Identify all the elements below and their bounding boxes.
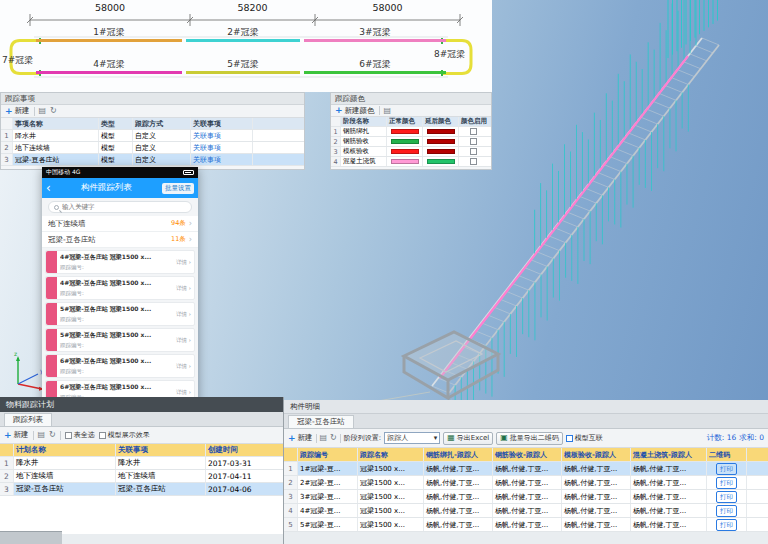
new-item-button[interactable]: +新建 (5, 106, 30, 116)
table-row-selected[interactable]: 3 冠梁-豆各庄站 冠梁-豆各庄站 2017-04-06 (0, 483, 283, 496)
new-color-button[interactable]: +新建颜色 (335, 106, 375, 116)
detail-link[interactable]: 详情 › (176, 389, 194, 396)
table-header: 跟踪编号 跟踪名称 钢筋绑扎-跟踪人 钢筋验收-跟踪人 模板验收-跟踪人 混凝土… (284, 448, 768, 462)
table-row[interactable]: 5 5#冠梁-豆... 冠梁1500 x... 杨帆,付健,丁亚... 杨帆,付… (284, 518, 768, 532)
beam-label: 3#冠梁 (304, 26, 446, 39)
detail-tabstrip: 冠梁-豆各庄站 (284, 414, 768, 429)
count-badge: 94条 (171, 219, 186, 228)
table-row[interactable]: 1 钢筋绑扎 (331, 127, 491, 137)
dimension-label: 58200 (190, 2, 315, 13)
excel-icon: ▦ (447, 434, 455, 442)
list-item[interactable]: 5#冠梁-豆各庄站 冠梁1500 x...跟踪编号: 详情 › (45, 302, 195, 326)
list-item[interactable]: 6#冠梁-豆各庄站 冠梁1500 x...跟踪编号: 详情 › (45, 354, 195, 378)
stage-column-label: 阶段列设置: (344, 433, 381, 443)
beam-bar (36, 39, 182, 42)
status-ribbon (46, 303, 57, 325)
print-icon[interactable]: ▤ (38, 431, 46, 439)
print-button[interactable]: 打印 (716, 505, 737, 517)
beam-label: 1#冠梁 (36, 26, 182, 39)
table-row[interactable]: 4 混凝土浇筑 (331, 157, 491, 167)
beam-label: 5#冠梁 (186, 58, 300, 71)
table-header: 计划名称 关联事项 创建时间 (0, 444, 283, 457)
table-row[interactable]: 2 地下连续墙 地下连续墙 2017-04-11 (0, 470, 283, 483)
battery-icon (183, 170, 194, 175)
table-row[interactable]: 2 钢筋验收 (331, 137, 491, 147)
table-row-selected[interactable]: 1 1#冠梁-豆... 冠梁1500 x... 杨帆,付健,丁亚... 杨帆,付… (284, 462, 768, 476)
model-effect-checkbox[interactable]: 模型展示效果 (99, 430, 150, 440)
component-detail-panel: 构件明细 冠梁-豆各庄站 +新建 ▤ ↻ 阶段列设置: 跟踪人▾ ▦导出Exce… (284, 400, 768, 544)
carrier-label: 中国移动 4G (46, 168, 80, 177)
scrollbar-corner[interactable] (0, 531, 62, 544)
list-item[interactable]: 4#冠梁-豆各庄站 冠梁1500 x...跟踪编号: 详情 › (45, 276, 195, 300)
late-color-swatch (427, 129, 455, 134)
refresh-icon[interactable]: ↻ (50, 107, 57, 115)
batch-settings-button[interactable]: 批量设置 (162, 183, 194, 194)
export-excel-button[interactable]: ▦导出Excel (443, 432, 493, 445)
table-row[interactable]: 4 4#冠梁-豆... 冠梁1500 x... 杨帆,付健,丁亚... 杨帆,付… (284, 504, 768, 518)
search-icon (54, 205, 59, 210)
new-record-button[interactable]: +新建 (288, 433, 313, 443)
refresh-icon[interactable]: ↻ (49, 431, 56, 439)
select-all-checkbox[interactable]: 表全选 (65, 430, 95, 440)
phone-page-title: 构件跟踪列表 (55, 182, 158, 194)
status-ribbon (46, 277, 57, 299)
plus-icon: + (335, 106, 343, 115)
new-plan-button[interactable]: +新建 (4, 430, 29, 440)
table-row[interactable]: 1 降水井 降水井 2017-03-31 (0, 457, 283, 470)
detail-link[interactable]: 详情 › (176, 337, 194, 344)
print-icon[interactable]: ▤ (320, 434, 328, 442)
panel-title: 构件明细 (284, 400, 768, 414)
group-row[interactable]: 冠梁-豆各庄站 11条 › (42, 232, 198, 248)
table-row[interactable]: 1 降水井 模型 自定义 关联事项 (1, 130, 304, 142)
late-color-swatch (427, 149, 455, 154)
beam-label: 2#冠梁 (186, 26, 300, 39)
tab-crown-beam-station[interactable]: 冠梁-豆各庄站 (288, 415, 354, 428)
color-enable-checkbox[interactable] (470, 138, 477, 145)
print-button[interactable]: 打印 (716, 463, 737, 475)
back-icon[interactable]: ‹ (46, 182, 51, 194)
color-enable-checkbox[interactable] (470, 148, 477, 155)
stage-column-select[interactable]: 跟踪人▾ (384, 432, 440, 444)
tracking-colors-toolbar: +新建颜色 ▤ (331, 105, 491, 117)
detail-link[interactable]: 详情 › (176, 363, 194, 370)
application-window: z x y 58000 58200 58000 1#冠 (0, 0, 768, 544)
plan-tabstrip: 跟踪列表 (0, 412, 283, 427)
export-qrcode-button[interactable]: ▣批量导出二维码 (496, 432, 563, 445)
table-row[interactable]: 3 3#冠梁-豆... 冠梁1500 x... 杨帆,付健,丁亚... 杨帆,付… (284, 490, 768, 504)
search-input[interactable] (62, 203, 186, 211)
related-items-link[interactable]: 关联事项 (191, 154, 253, 165)
refresh-icon[interactable]: ↻ (330, 434, 337, 442)
related-items-link[interactable]: 关联事项 (191, 130, 253, 141)
beam-label: 4#冠梁 (36, 58, 182, 71)
color-enable-checkbox[interactable] (470, 158, 477, 165)
color-enable-checkbox[interactable] (470, 128, 477, 135)
qrcode-icon: ▣ (500, 434, 508, 442)
beam-bar (36, 71, 182, 74)
beam-label-left: 7#冠梁 (2, 54, 42, 67)
list-item[interactable]: 4#冠梁-豆各庄站 冠梁1500 x...跟踪编号: 详情 › (45, 250, 195, 274)
dimension-label: 58000 (30, 2, 190, 13)
print-icon[interactable]: ▤ (39, 107, 47, 115)
plan-toolbar: +新建 ▤ ↻ 表全选 模型展示效果 (0, 427, 283, 444)
print-button[interactable]: 打印 (716, 477, 737, 489)
detail-link[interactable]: 详情 › (176, 311, 194, 318)
plus-icon: + (288, 434, 296, 443)
model-link-checkbox[interactable]: 模型互联 (566, 433, 603, 443)
table-header: 事项名称 类型 跟踪方式 关联事项 (1, 118, 304, 130)
list-item[interactable]: 5#冠梁-豆各庄站 冠梁1500 x...跟踪编号: 详情 › (45, 328, 195, 352)
phone-search-area (42, 198, 198, 216)
group-row[interactable]: 地下连续墙 94条 › (42, 216, 198, 232)
table-row[interactable]: 3 模板验收 (331, 147, 491, 157)
tracking-colors-panel: 跟踪颜色 +新建颜色 ▤ 阶段名称 正常颜色 延后颜色 颜色启用 1 钢筋绑扎 … (330, 92, 492, 170)
table-row-selected[interactable]: 3 冠梁-豆各庄站 模型 自定义 关联事项 (1, 154, 304, 166)
tab-tracking-list[interactable]: 跟踪列表 (4, 413, 52, 426)
print-button[interactable]: 打印 (716, 491, 737, 503)
related-items-link[interactable]: 关联事项 (191, 142, 253, 153)
phone-nav-bar: ‹ 构件跟踪列表 批量设置 (42, 178, 198, 198)
print-button[interactable]: 打印 (716, 519, 737, 531)
detail-link[interactable]: 详情 › (176, 285, 194, 292)
print-icon[interactable]: ▤ (384, 107, 392, 115)
table-row[interactable]: 2 2#冠梁-豆... 冠梁1500 x... 杨帆,付健,丁亚... 杨帆,付… (284, 476, 768, 490)
table-row[interactable]: 2 地下连续墙 模型 自定义 关联事项 (1, 142, 304, 154)
detail-link[interactable]: 详情 › (176, 259, 194, 266)
